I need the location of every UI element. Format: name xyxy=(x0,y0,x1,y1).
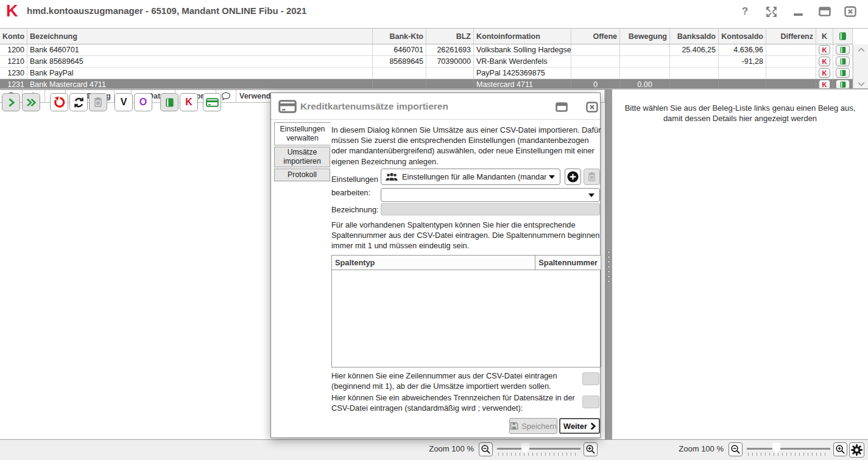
zoom-in-button-right[interactable] xyxy=(833,442,847,456)
magnifier-minus-icon xyxy=(481,444,491,455)
col-offene: Offene xyxy=(571,29,620,44)
close-button[interactable] xyxy=(842,4,858,19)
col-book xyxy=(833,29,853,44)
k-button[interactable]: K xyxy=(819,80,830,89)
book-button[interactable] xyxy=(836,80,850,89)
credit-card-icon xyxy=(206,98,219,107)
cell-konto: 1231 xyxy=(0,79,27,89)
slider-track xyxy=(497,448,580,450)
book-button[interactable] xyxy=(836,45,850,55)
app-logo: K xyxy=(6,1,18,21)
bezeichnung-input[interactable] xyxy=(381,203,600,215)
o-letter: O xyxy=(139,97,147,108)
cell-bank-kto: 85689645 xyxy=(373,56,426,68)
k-button[interactable]: K xyxy=(819,57,830,66)
gear-icon xyxy=(850,444,863,456)
next-button[interactable]: Weiter xyxy=(559,418,600,434)
skip-forward-button[interactable] xyxy=(22,93,40,111)
people-group-icon xyxy=(385,173,398,181)
maximize-button[interactable] xyxy=(817,4,833,19)
save-button[interactable]: Speichern xyxy=(509,418,557,434)
cell-bezeichnung: Bank PayPal xyxy=(27,68,373,79)
title-bar: K hmd.kontoauszugmanager - 65109, Mandan… xyxy=(0,0,868,24)
account-row-selected[interactable]: 1231 Bank Mastercard 4711 Mastercard 471… xyxy=(0,79,853,89)
delete-settings-button[interactable] xyxy=(584,169,600,185)
cell-kontoinformation: Mastercard 4711 xyxy=(474,79,571,89)
accounts-scrollbar[interactable] xyxy=(853,44,868,89)
tab-umsaetze-importieren[interactable]: Umsätze importieren xyxy=(274,147,330,167)
zoom-out-button-right[interactable] xyxy=(729,442,743,456)
dialog-close-button[interactable] xyxy=(585,101,599,113)
k-button[interactable]: K xyxy=(819,45,830,55)
cell-konto: 1200 xyxy=(0,44,27,56)
bezeichnung-label: Bezeichnung: xyxy=(331,205,379,214)
cell-bank-kto: 6460701 xyxy=(373,44,426,56)
fullscreen-button[interactable] xyxy=(763,4,779,19)
tab-einstellungen-verwalten[interactable]: Einstellungen verwalten xyxy=(274,122,331,145)
accounts-header-row: Konto Bezeichnung Bank-Kto BLZ Kontoinfo… xyxy=(0,29,853,44)
settings-selection-dropdown[interactable] xyxy=(381,188,600,202)
o-filter-button[interactable]: O xyxy=(134,93,152,111)
magnifier-plus-icon xyxy=(835,444,845,455)
cell-kontosaldo: 4.636,96 xyxy=(719,44,766,56)
chevron-down-icon xyxy=(858,82,865,86)
zoom-label-left: Zoom 100 % xyxy=(420,444,474,453)
settings-gear-button[interactable] xyxy=(849,442,864,458)
undo-icon xyxy=(53,96,65,108)
scroll-down-button[interactable] xyxy=(853,78,868,89)
detail-placeholder-message: Bitte wählen Sie aus der Beleg-Liste lin… xyxy=(621,103,859,124)
zoom-slider-left[interactable] xyxy=(497,442,580,458)
account-row[interactable]: 1210 Bank 85689645 85689645 70390000 VR-… xyxy=(0,56,853,68)
cell-banksaldo: 25.406,25 xyxy=(670,44,719,56)
k-module-button[interactable]: K xyxy=(180,93,198,111)
panel-splitter[interactable] xyxy=(605,89,612,439)
spalten-table: Spaltentyp Spaltennummer xyxy=(331,255,601,368)
k-button[interactable]: K xyxy=(819,68,830,78)
account-row[interactable]: 1200 Bank 6460701 6460701 26261693 Volks… xyxy=(0,44,853,56)
cell-bewegung xyxy=(620,68,670,79)
book-button[interactable] xyxy=(836,68,850,78)
dialog-maximize-button[interactable] xyxy=(554,101,569,113)
cell-differenz xyxy=(766,68,816,79)
minimize-button[interactable] xyxy=(790,4,806,19)
next-transaction-button[interactable] xyxy=(2,93,20,111)
help-button[interactable]: ? xyxy=(737,4,753,19)
tab-protokoll[interactable]: Protokoll xyxy=(274,169,330,181)
zeilennummer-input[interactable] xyxy=(582,372,599,385)
slider-track xyxy=(747,448,830,450)
accounts-table: Konto Bezeichnung Bank-Kto BLZ Kontoinfo… xyxy=(0,28,868,89)
refresh-button[interactable] xyxy=(69,93,88,111)
account-row[interactable]: 1230 Bank PayPal PayPal 1425369875 K xyxy=(0,68,853,79)
cell-banksaldo xyxy=(670,79,719,89)
cell-kontosaldo xyxy=(719,79,766,89)
book-button[interactable] xyxy=(836,57,850,66)
col-kontoinformation: Kontoinformation xyxy=(474,29,571,44)
booking-button[interactable] xyxy=(160,93,178,111)
chevron-down-icon xyxy=(549,175,555,179)
cell-bewegung xyxy=(620,44,670,56)
zoom-in-button-left[interactable] xyxy=(584,442,598,456)
v-filter-button[interactable]: V xyxy=(115,93,133,111)
add-settings-button[interactable] xyxy=(565,169,581,185)
trennzeichen-input[interactable] xyxy=(582,396,599,408)
zoom-out-button-left[interactable] xyxy=(479,442,493,456)
settings-dropdown[interactable]: Einstellungen für alle Mandanten (mandan… xyxy=(381,169,560,185)
slider-ticks xyxy=(748,453,829,456)
undo-button[interactable] xyxy=(50,93,68,111)
delete-button[interactable] xyxy=(89,93,107,111)
cell-blz: 70390000 xyxy=(426,56,474,68)
book-icon xyxy=(839,46,847,54)
cell-offene xyxy=(571,68,620,79)
maximize-icon xyxy=(556,102,568,112)
maximize-icon xyxy=(819,7,831,16)
scroll-up-button[interactable] xyxy=(853,44,868,55)
minimize-icon xyxy=(794,13,803,16)
save-button-label: Speichern xyxy=(521,422,557,431)
zoom-slider-right[interactable] xyxy=(747,442,830,458)
credit-card-icon xyxy=(278,99,297,114)
settings-dropdown-value: Einstellungen für alle Mandanten (mandan… xyxy=(402,172,546,181)
save-disk-icon xyxy=(510,422,518,430)
cell-bezeichnung: Bank 85689645 xyxy=(27,56,373,68)
close-icon xyxy=(844,6,856,17)
creditcard-import-button[interactable] xyxy=(203,93,221,111)
